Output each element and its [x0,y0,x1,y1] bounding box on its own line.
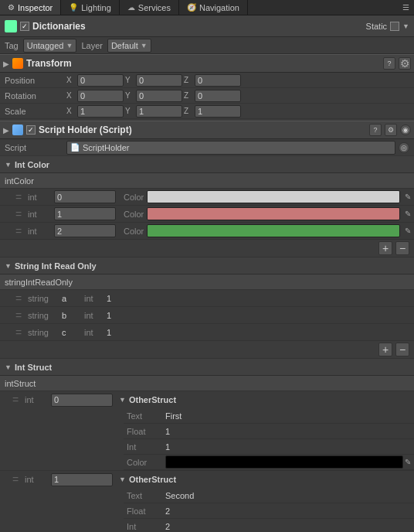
services-icon: ☁ [127,3,135,12]
position-x-input[interactable] [77,74,124,87]
intcolor-key-1[interactable] [54,207,116,220]
string-int-dict-name: stringIntReadOnly [5,278,409,287]
int-struct-dict-label-row: intStruct [0,376,414,391]
os-text-1: Second [165,491,194,500]
tab-services-label: Services [138,3,171,12]
tag-dropdown-arrow: ▼ [66,42,73,49]
static-label: Static [366,22,388,31]
script-active-checkbox[interactable] [26,125,36,135]
tag-value: Untagged [27,41,64,50]
rotation-y-input[interactable] [136,90,182,102]
string-int-remove-btn[interactable]: − [395,343,409,356]
tag-label: Tag [5,41,19,50]
drag-handle-0[interactable]: = [15,191,25,203]
string-int-handle-1[interactable]: = [15,309,25,322]
intcolor-dict-name: intColor [5,176,409,186]
tag-dropdown[interactable]: Untagged ▼ [23,39,77,53]
intcolor-swatch-1[interactable] [147,207,400,220]
intcolor-dict-label-row: intColor [0,173,414,189]
scale-y-input[interactable] [136,105,182,118]
intcolor-remove-btn[interactable]: − [395,241,409,255]
string-int-add-btn[interactable]: + [378,343,392,356]
drag-handle-2[interactable]: = [15,225,25,237]
intcolor-add-remove: + − [0,240,414,257]
transform-arrow: ▶ [3,60,9,68]
transform-settings-btn[interactable]: ⚙ [399,57,411,70]
tab-lighting[interactable]: 💡 Lighting [61,0,120,15]
intcolor-edit-2[interactable]: ✎ [405,227,411,235]
rotation-x-input[interactable] [77,90,124,102]
tab-inspector[interactable]: ⚙ Inspector [0,0,61,15]
script-holder-section: ▶ Script Holder (Script) ? ⚙ ◉ Script 📄 … [0,121,414,532]
intcolor-edit-0[interactable]: ✎ [405,193,411,201]
script-arrow: ▶ [3,126,9,135]
int-struct-handle-1[interactable]: = [12,473,22,486]
script-field[interactable]: 📄 ScriptHolder [66,141,395,155]
transform-title: Transform [26,58,380,69]
other-struct-label-1: OtherStruct [129,475,176,484]
string-int-title: String Int Read Only [15,261,97,271]
string-int-handle-0[interactable]: = [15,292,25,305]
intcolor-edit-1[interactable]: ✎ [405,210,411,218]
scale-z-input[interactable] [195,105,241,118]
intcolor-add-btn[interactable]: + [378,241,392,255]
int-struct-key-1[interactable] [51,473,113,486]
tab-services[interactable]: ☁ Services [120,0,179,15]
position-row: Position X Y Z [0,73,414,88]
int-struct-handle-0[interactable]: = [12,394,22,406]
string-int-handle-2[interactable]: = [15,326,25,339]
os-color-edit-0[interactable]: ✎ [405,458,411,466]
main-content: Dictionaries Static ▼ Tag Untagged ▼ Lay… [0,15,414,532]
static-checkbox[interactable] [390,22,399,31]
intcolor-swatch-0[interactable] [147,190,400,203]
os-color-swatch-0[interactable] [165,455,403,469]
tab-right-controls: ☰ [398,3,414,12]
scale-row: Scale X Y Z [0,104,414,119]
intcolor-row-2: = int Color ✎ [0,223,414,240]
script-holder-header[interactable]: ▶ Script Holder (Script) ? ⚙ ◉ [0,121,414,139]
string-int-header[interactable]: ▼ String Int Read Only [0,257,414,275]
transform-info-btn[interactable]: ? [383,57,395,70]
static-dropdown-arrow[interactable]: ▼ [402,22,409,30]
int-struct-header[interactable]: ▼ Int Struct [0,359,414,376]
other-struct-label-0: OtherStruct [129,395,176,404]
script-circle-btn[interactable]: ◉ [400,124,411,135]
os-float-1: 2 [165,506,170,516]
object-active-checkbox[interactable] [20,22,29,31]
int-struct-key-0[interactable] [51,394,113,407]
position-y-input[interactable] [136,74,182,87]
inspector-icon: ⚙ [8,3,15,12]
tab-lighting-label: Lighting [81,3,111,12]
string-int-row-1: = string b int 1 [0,307,414,324]
object-name: Dictionaries [32,21,363,32]
script-target-btn[interactable]: ◎ [399,142,409,153]
tab-bar: ⚙ Inspector 💡 Lighting ☁ Services 🧭 Navi… [0,0,414,15]
script-holder-title: Script Holder (Script) [39,124,366,135]
tab-inspector-label: Inspector [18,3,53,12]
script-value: ScriptHolder [83,143,130,152]
transform-section-header[interactable]: ▶ Transform ? ⚙ [0,54,414,73]
string-int-add-remove: + − [0,341,414,359]
os-int-0: 1 [165,442,170,452]
intcolor-swatch-2[interactable] [147,224,400,237]
drag-handle-1[interactable]: = [15,208,25,220]
intcolor-key-0[interactable] [54,190,116,203]
transform-icon [12,58,23,69]
tab-navigation[interactable]: 🧭 Navigation [179,0,248,15]
intcolor-row-0: = int Color ✎ [0,189,414,206]
script-info-btn[interactable]: ? [369,124,382,136]
lighting-icon: 💡 [69,3,78,12]
int-struct-title: Int Struct [15,363,52,372]
script-file-icon: 📄 [70,143,80,152]
intcolor-key-2[interactable] [54,224,116,237]
scale-label: Scale [5,107,66,116]
position-z-input[interactable] [195,74,241,87]
rotation-z-input[interactable] [195,90,241,102]
object-bar: Dictionaries Static ▼ [0,15,414,37]
layer-value: Default [111,41,138,50]
script-settings-btn[interactable]: ⚙ [385,124,397,136]
scale-x-input[interactable] [77,105,124,118]
int-color-header[interactable]: ▼ Int Color [0,156,414,173]
layer-dropdown[interactable]: Default ▼ [107,39,151,53]
script-row: Script 📄 ScriptHolder ◎ [0,139,414,156]
